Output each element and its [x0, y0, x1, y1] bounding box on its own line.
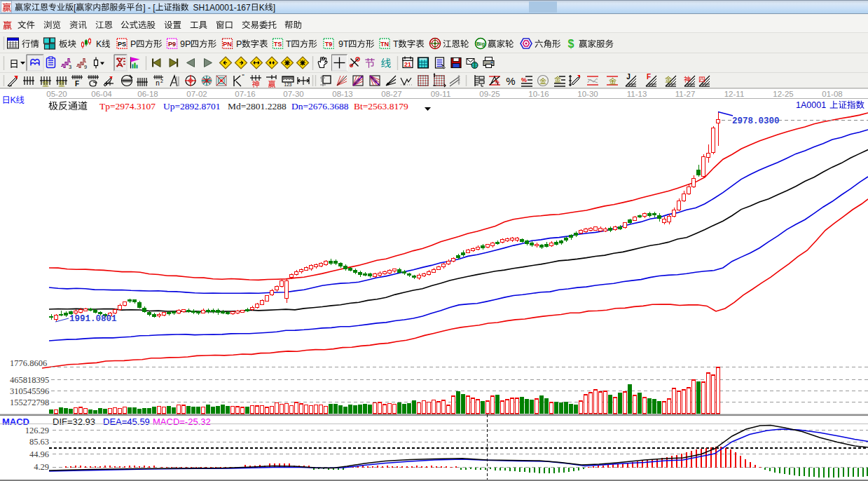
svg-text:3: 3 [69, 64, 71, 70]
svg-text:9P: 9P [180, 39, 191, 49]
svg-text:21: 21 [404, 61, 411, 68]
svg-text:123: 123 [284, 82, 292, 87]
svg-text:DEA=45.59: DEA=45.59 [103, 416, 150, 427]
svg-text:T9: T9 [325, 41, 333, 48]
svg-text:K: K [96, 39, 102, 49]
svg-text:08-27: 08-27 [381, 90, 401, 98]
svg-text:11-13: 11-13 [627, 90, 647, 98]
svg-text:10-30: 10-30 [577, 90, 598, 98]
svg-text:DIF=32.93: DIF=32.93 [53, 416, 95, 427]
svg-text:]: ] [273, 3, 275, 13]
svg-text:310545596: 310545596 [10, 386, 49, 396]
svg-text:Md=2801.2288: Md=2801.2288 [228, 101, 287, 111]
svg-text:K: K [259, 3, 265, 13]
svg-text:126.29: 126.29 [25, 426, 49, 435]
svg-text:T: T [286, 39, 291, 49]
svg-text:01-08: 01-08 [822, 90, 842, 98]
svg-text:06-18: 06-18 [137, 90, 158, 98]
svg-text:1991.0801: 1991.0801 [69, 314, 117, 324]
svg-text:P: P [236, 39, 242, 49]
svg-text:06-04: 06-04 [91, 90, 112, 98]
svg-text:85.63: 85.63 [29, 437, 49, 447]
svg-text:T: T [393, 39, 399, 49]
svg-text:%: % [494, 79, 499, 85]
svg-text:J: J [626, 73, 631, 81]
svg-text:4.29: 4.29 [34, 462, 49, 472]
svg-text:P9: P9 [168, 41, 176, 48]
svg-text:Big: Big [476, 41, 485, 47]
svg-text:465818395: 465818395 [10, 375, 49, 385]
svg-text:] - [: ] - [ [143, 3, 156, 13]
svg-text:12-25: 12-25 [773, 90, 793, 98]
svg-text:%: % [506, 75, 515, 87]
svg-text:n: n [156, 79, 160, 87]
svg-text:07-30: 07-30 [283, 90, 303, 98]
svg-text:9T: 9T [338, 39, 349, 49]
svg-text:TN: TN [380, 41, 389, 48]
svg-text:PS: PS [118, 41, 126, 48]
svg-text:09-25: 09-25 [479, 90, 500, 98]
svg-text:F: F [75, 80, 79, 88]
svg-text:K: K [11, 95, 17, 105]
svg-text:44.96: 44.96 [29, 449, 49, 459]
svg-text:1776.8606: 1776.8606 [10, 358, 47, 368]
svg-text:Bt=2563.8179: Bt=2563.8179 [354, 101, 408, 111]
svg-text:TS: TS [274, 41, 282, 48]
svg-text:P: P [130, 39, 136, 49]
svg-text:Dn=2676.3688: Dn=2676.3688 [291, 101, 349, 111]
svg-text:10-16: 10-16 [528, 90, 549, 98]
svg-text:09-11: 09-11 [431, 90, 451, 98]
svg-text:Tp=2974.3107: Tp=2974.3107 [99, 101, 156, 111]
svg-text:12-11: 12-11 [724, 90, 745, 98]
svg-text:F: F [647, 73, 651, 81]
svg-text:155272798: 155272798 [10, 398, 49, 407]
svg-text:11-27: 11-27 [675, 90, 696, 98]
svg-text:05-20: 05-20 [46, 90, 67, 98]
svg-text:PN: PN [223, 41, 232, 48]
svg-text:1A0001: 1A0001 [796, 100, 826, 110]
svg-text:2978.0300: 2978.0300 [732, 116, 780, 126]
svg-text:": " [242, 73, 244, 80]
svg-text:07-02: 07-02 [186, 90, 207, 98]
svg-text:Up=2892.8701: Up=2892.8701 [163, 101, 221, 111]
svg-text:SH1A0001-167: SH1A0001-167 [193, 3, 251, 13]
svg-text:08-13: 08-13 [332, 90, 352, 98]
svg-text:%: % [521, 76, 527, 83]
svg-text:9: 9 [84, 64, 87, 70]
svg-text:$: $ [568, 38, 574, 50]
svg-text:07-16: 07-16 [235, 90, 255, 98]
svg-text:MACD=-25.32: MACD=-25.32 [153, 416, 211, 427]
svg-text:2: 2 [160, 79, 163, 83]
